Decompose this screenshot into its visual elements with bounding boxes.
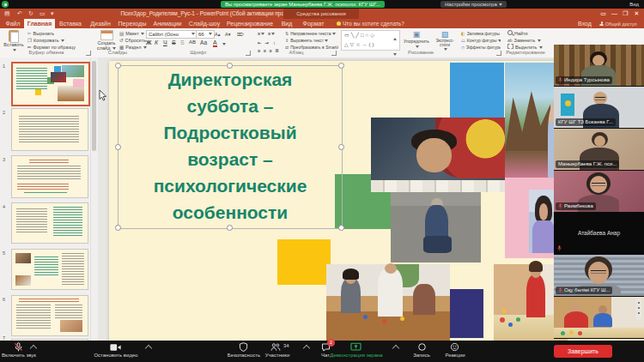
selection-handle[interactable] [338,144,344,150]
selection-handle[interactable] [227,63,233,69]
text-shadow-button[interactable]: S [180,39,185,45]
stop-video-button[interactable]: Остановить видео [88,353,144,358]
view-options-dropdown[interactable]: Настройки просмотра [440,1,507,8]
shape-blue-square[interactable] [450,63,504,118]
text-direction-button[interactable]: ⇅Направление текста [285,30,337,37]
participant-video[interactable]: Индира Турсынова [554,45,644,87]
redo-icon[interactable]: ↻ [28,9,33,19]
participant-video-camera-off[interactable]: Атайбаева Анар [554,213,644,255]
strip-mini-scrollbar[interactable] [636,298,641,320]
tab-format[interactable]: Формат [299,19,328,28]
share-screen-button[interactable]: Демонстрация экрана [323,353,390,358]
reactions-icon[interactable] [450,342,459,352]
participants-button[interactable]: Участники [253,353,301,358]
align-text-button[interactable]: ⇕Выровнять текст [285,37,337,44]
selection-handle[interactable] [115,63,121,69]
selection-handle[interactable] [338,225,344,231]
font-color-caret[interactable] [222,43,226,45]
scrollbar-thumb[interactable] [92,61,96,151]
tab-insert[interactable]: Вставка [55,19,86,28]
change-case-button[interactable]: Аа [200,39,207,45]
tab-home[interactable]: Главная [24,19,55,28]
signin-button[interactable]: Вход [574,19,596,28]
arrange-button[interactable]: ▣ Упорядочить [404,30,429,49]
photo-boy-on-desk[interactable] [371,118,505,192]
participants-caret[interactable] [303,345,310,352]
undo-icon[interactable]: ↶ [17,9,22,19]
tab-design[interactable]: Дизайн [86,19,115,28]
tab-slideshow[interactable]: Слайд-шоу [185,19,223,28]
slideshow-icon[interactable]: ▭ [39,9,46,19]
zoom-view-button[interactable]: Вид [629,1,639,8]
mute-button[interactable]: Включить звук [0,353,38,358]
slide-thumbnail-1[interactable] [11,62,90,106]
restore-icon[interactable]: ❐ [620,9,631,19]
slide-thumbnail-5[interactable] [11,249,88,290]
shapes-gallery[interactable]: ▭╲╱□○◇ △▽☆→() [341,30,397,51]
participant-video[interactable] [554,297,644,339]
participants-icon[interactable] [270,342,281,352]
shape-yellow-square[interactable] [277,239,331,285]
participant-video[interactable]: КГУ ШГ ТЗ Бокаева Г... [554,87,644,129]
camera-icon[interactable] [110,343,121,352]
shape-outline-button[interactable]: ▭Контур фигуры [461,37,501,44]
char-spacing-button[interactable]: АВ [189,39,196,45]
bold-button[interactable]: Ж [146,39,151,45]
selection-handle[interactable] [115,144,121,150]
slide-thumbnail-6[interactable] [11,295,88,336]
close-icon[interactable]: ✕ [631,9,642,19]
tellme-box[interactable]: Что вы хотите сделать? [337,19,431,28]
shield-icon[interactable] [239,342,248,352]
layout-button[interactable]: ▤Макет [119,30,144,37]
photo-child-crouching[interactable] [391,192,481,262]
tab-view[interactable]: Вид [276,19,297,28]
shapes-gallery-scroll[interactable] [393,30,400,51]
font-dialog-launcher[interactable] [246,51,251,56]
tab-file[interactable]: Файл [2,19,24,28]
shrink-font-button[interactable]: А▾ [225,31,230,38]
mute-options-caret[interactable] [30,345,37,352]
tab-review[interactable]: Рецензирование [223,19,276,28]
reset-button[interactable]: ↺Сбросить [119,37,146,44]
mic-muted-icon[interactable] [14,342,23,352]
photo-classroom-adults[interactable] [326,264,450,341]
bullets-button[interactable]: ≡ [258,30,264,37]
selection-handle[interactable] [227,225,233,231]
ribbon-options-icon[interactable]: ▭ [598,9,609,19]
line-spacing-button[interactable]: ↕ [273,39,276,46]
participant-video[interactable]: Раимбекова [554,171,644,213]
participant-video[interactable]: Оқу бөлімі КГУ Ш... [554,255,644,297]
new-slide-button[interactable]: Создать слайд [95,30,118,51]
italic-button[interactable]: К [155,39,158,45]
tab-transitions[interactable]: Переходы [115,19,149,28]
save-icon[interactable]: ▤ [4,9,10,19]
slide-thumbnail-3[interactable] [11,155,88,198]
reactions-button[interactable]: Реакции [434,353,476,358]
selection-handle[interactable] [115,225,121,231]
zoom-app-icon[interactable] [2,1,9,8]
shape-navy-square[interactable] [449,289,483,338]
outdent-button[interactable]: ⇤ [258,39,262,46]
qat-customize-icon[interactable]: ▾ [51,9,54,19]
clear-format-button[interactable]: ⌦ [237,31,244,38]
shape-fill-button[interactable]: ◧Заливка фигуры [461,30,501,37]
selection-handle[interactable] [338,63,344,69]
thumbnails-scrollbar[interactable] [90,57,98,341]
underline-button[interactable]: Ч [163,39,167,45]
grow-font-button[interactable]: А▴ [215,31,220,38]
tab-animations[interactable]: Анимации [149,19,185,28]
screen-share-icon[interactable] [350,342,361,352]
cut-button[interactable]: ✂Вырезать [27,30,54,37]
clipboard-dialog-launcher[interactable] [86,51,91,56]
font-size-combo[interactable]: 66 [196,30,215,39]
find-button[interactable]: Найти [507,30,528,37]
numbering-button[interactable]: ≡ [268,30,275,37]
minimize-icon[interactable]: — [609,9,620,19]
slide-thumbnail-2[interactable] [11,108,88,151]
paragraph-dialog-launcher[interactable] [331,51,337,56]
slide-title-textbox[interactable]: Директорская суббота – Подростковый возр… [118,65,343,229]
indent-button[interactable]: ⇥ [264,39,269,46]
share-caret[interactable] [392,345,399,352]
replace-button[interactable]: abЗаменить [507,37,541,44]
participant-video[interactable]: Маныербаева Г.Ж. пси... [554,129,644,171]
